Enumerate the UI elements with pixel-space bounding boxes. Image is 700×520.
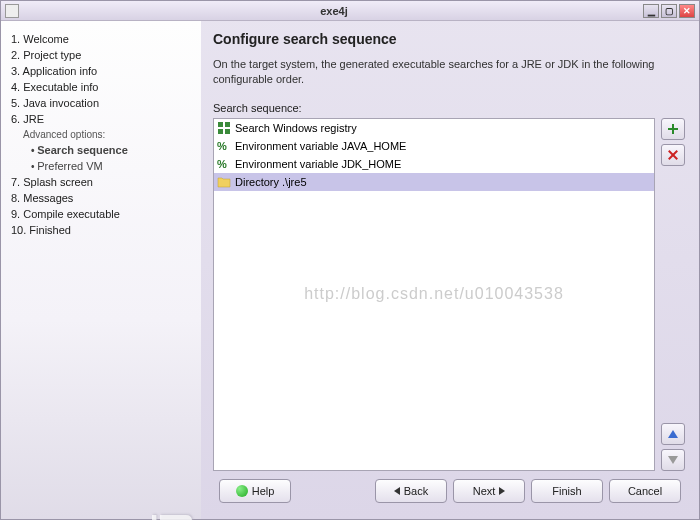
- sequence-item-env-java-home[interactable]: % Environment variable JAVA_HOME: [214, 137, 654, 155]
- sequence-item-label: Search Windows registry: [235, 122, 357, 134]
- sequence-item-label: Environment variable JDK_HOME: [235, 158, 401, 170]
- step-java-invocation[interactable]: 5. Java invocation: [9, 95, 193, 111]
- svg-rect-0: [218, 122, 223, 127]
- move-down-button[interactable]: [661, 449, 685, 471]
- sequence-list[interactable]: Search Windows registry % Environment va…: [213, 118, 655, 471]
- window-title: exe4j: [25, 5, 643, 17]
- watermark-text: http://blog.csdn.net/u010043538: [304, 285, 564, 303]
- arrow-up-icon: [668, 430, 678, 438]
- back-button[interactable]: Back: [375, 479, 447, 503]
- help-label: Help: [252, 485, 275, 497]
- page-heading: Configure search sequence: [213, 31, 687, 47]
- titlebar: exe4j ▁ ▢ ✕: [1, 1, 699, 21]
- page-description: On the target system, the generated exec…: [213, 57, 687, 88]
- svg-rect-2: [218, 129, 223, 134]
- wizard-sidebar: 1. Welcome 2. Project type 3. Applicatio…: [1, 21, 201, 519]
- env-var-icon: %: [217, 139, 231, 153]
- next-label: Next: [473, 485, 496, 497]
- sequence-area: Search Windows registry % Environment va…: [213, 118, 687, 471]
- substep-search-sequence-label: Search sequence: [37, 144, 128, 156]
- content-area: 1. Welcome 2. Project type 3. Applicatio…: [1, 21, 699, 519]
- step-jre[interactable]: 6. JRE: [9, 111, 193, 127]
- wizard-footer: Help Back Next Finish Cancel: [213, 471, 687, 511]
- cancel-button[interactable]: Cancel: [609, 479, 681, 503]
- move-up-button[interactable]: [661, 423, 685, 445]
- folder-icon: [217, 175, 231, 189]
- close-button[interactable]: ✕: [679, 4, 695, 18]
- help-button[interactable]: Help: [219, 479, 291, 503]
- window-controls: ▁ ▢ ✕: [643, 4, 695, 18]
- arrow-down-icon: [668, 456, 678, 464]
- back-label: Back: [404, 485, 428, 497]
- advanced-options-head: Advanced options:: [9, 127, 193, 142]
- help-icon: [236, 485, 248, 497]
- step-messages[interactable]: 8. Messages: [9, 190, 193, 206]
- add-button[interactable]: [661, 118, 685, 140]
- next-button[interactable]: Next: [453, 479, 525, 503]
- minimize-button[interactable]: ▁: [643, 4, 659, 18]
- maximize-button[interactable]: ▢: [661, 4, 677, 18]
- sequence-item-label: Environment variable JAVA_HOME: [235, 140, 406, 152]
- triangle-right-icon: [499, 487, 505, 495]
- finish-label: Finish: [552, 485, 581, 497]
- app-icon: [5, 4, 19, 18]
- main-panel: Configure search sequence On the target …: [201, 21, 699, 519]
- step-application-info[interactable]: 3. Application info: [9, 63, 193, 79]
- svg-text:%: %: [217, 158, 227, 170]
- step-welcome[interactable]: 1. Welcome: [9, 31, 193, 47]
- cancel-label: Cancel: [628, 485, 662, 497]
- plus-icon: [667, 123, 679, 135]
- app-window: exe4j ▁ ▢ ✕ 1. Welcome 2. Project type 3…: [0, 0, 700, 520]
- env-var-icon: %: [217, 157, 231, 171]
- step-executable-info[interactable]: 4. Executable info: [9, 79, 193, 95]
- finish-button[interactable]: Finish: [531, 479, 603, 503]
- sequence-controls: [661, 118, 687, 471]
- step-splash-screen[interactable]: 7. Splash screen: [9, 174, 193, 190]
- registry-icon: [217, 121, 231, 135]
- triangle-left-icon: [394, 487, 400, 495]
- sequence-item-env-jdk-home[interactable]: % Environment variable JDK_HOME: [214, 155, 654, 173]
- sequence-label: Search sequence:: [213, 102, 687, 114]
- substep-preferred-vm-label: Preferred VM: [37, 160, 102, 172]
- svg-text:%: %: [217, 140, 227, 152]
- cross-icon: [667, 149, 679, 161]
- substep-preferred-vm[interactable]: • Preferred VM: [9, 158, 193, 174]
- sequence-item-registry[interactable]: Search Windows registry: [214, 119, 654, 137]
- sequence-item-label: Directory .\jre5: [235, 176, 307, 188]
- svg-rect-3: [225, 129, 230, 134]
- step-compile-executable[interactable]: 9. Compile executable: [9, 206, 193, 222]
- sequence-item-directory[interactable]: Directory .\jre5: [214, 173, 654, 191]
- substep-search-sequence[interactable]: • Search sequence: [9, 142, 193, 158]
- svg-rect-1: [225, 122, 230, 127]
- branding-text: exe4j: [145, 513, 193, 520]
- step-project-type[interactable]: 2. Project type: [9, 47, 193, 63]
- step-finished[interactable]: 10. Finished: [9, 222, 193, 238]
- remove-button[interactable]: [661, 144, 685, 166]
